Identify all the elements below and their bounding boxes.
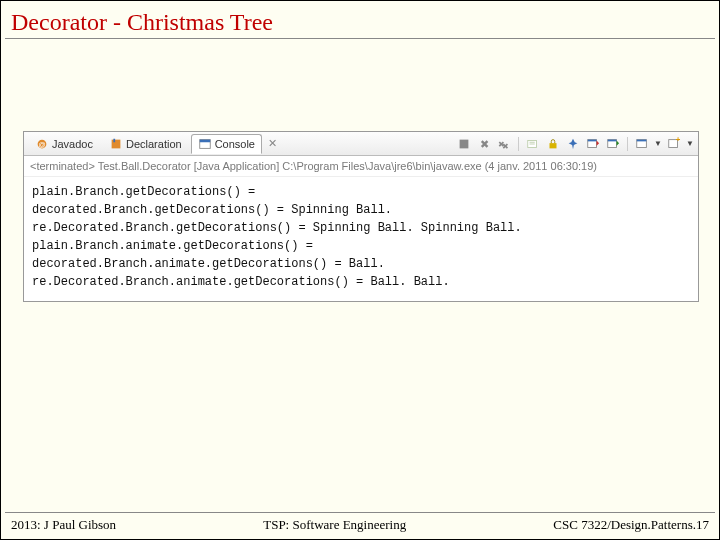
console-toolbar: ✖ ✖✖ ▼: [456, 136, 694, 152]
remove-all-icon[interactable]: ✖✖: [496, 136, 512, 152]
svg-rect-18: [608, 139, 617, 141]
toolbar-separator: [627, 137, 628, 151]
tab-javadoc-label: Javadoc: [52, 138, 93, 150]
tab-declaration[interactable]: Declaration: [102, 134, 189, 154]
clear-console-icon[interactable]: [525, 136, 541, 152]
svg-rect-5: [199, 139, 210, 142]
show-console-on-stdout-icon[interactable]: [585, 136, 601, 152]
show-console-on-stderr-icon[interactable]: [605, 136, 621, 152]
tab-console[interactable]: Console: [191, 134, 262, 154]
open-console-icon[interactable]: +: [666, 136, 682, 152]
eclipse-console-panel: @ Javadoc Declaration Console ✕ ✖: [23, 131, 699, 302]
console-line: decorated.Branch.getDecorations() = Spin…: [32, 203, 399, 217]
console-line: plain.Branch.animate.getDecorations() =: [32, 239, 320, 253]
svg-text:✖: ✖: [480, 137, 489, 149]
slide-footer: 2013: J Paul Gibson TSP: Software Engine…: [5, 512, 715, 533]
javadoc-icon: @: [35, 137, 49, 151]
svg-rect-2: [112, 139, 121, 148]
close-view-icon[interactable]: ✕: [264, 137, 281, 150]
footer-center: TSP: Software Engineering: [263, 517, 406, 533]
remove-launch-icon[interactable]: ✖: [476, 136, 492, 152]
pin-console-icon[interactable]: [565, 136, 581, 152]
console-line: plain.Branch.getDecorations() =: [32, 185, 262, 199]
svg-marker-19: [617, 140, 620, 145]
console-icon: [198, 137, 212, 151]
terminate-icon[interactable]: [456, 136, 472, 152]
tab-javadoc[interactable]: @ Javadoc: [28, 134, 100, 154]
svg-rect-13: [550, 143, 557, 148]
declaration-icon: [109, 137, 123, 151]
scroll-lock-icon[interactable]: [545, 136, 561, 152]
tab-console-label: Console: [215, 138, 255, 150]
svg-rect-15: [588, 139, 597, 141]
view-tabbar: @ Javadoc Declaration Console ✕ ✖: [24, 132, 698, 156]
chevron-down-icon[interactable]: ▼: [686, 136, 694, 152]
svg-rect-6: [460, 139, 469, 148]
console-line: decorated.Branch.animate.getDecorations(…: [32, 257, 392, 271]
svg-text:✖: ✖: [502, 142, 509, 151]
svg-text:@: @: [38, 140, 45, 147]
toolbar-separator: [518, 137, 519, 151]
slide-title: Decorator - Christmas Tree: [5, 1, 715, 39]
launch-status-line: <terminated> Test.Ball.Decorator [Java A…: [24, 156, 698, 177]
svg-text:+: +: [676, 137, 681, 144]
svg-marker-16: [597, 140, 600, 145]
svg-rect-3: [113, 138, 115, 142]
chevron-down-icon[interactable]: ▼: [654, 136, 662, 152]
display-selected-console-icon[interactable]: [634, 136, 650, 152]
svg-rect-21: [637, 139, 647, 141]
console-line: re.Decorated.Branch.getDecorations() = S…: [32, 221, 529, 235]
console-output: plain.Branch.getDecorations() = decorate…: [24, 177, 698, 301]
tab-declaration-label: Declaration: [126, 138, 182, 150]
footer-right: CSC 7322/Design.Patterns.17: [553, 517, 709, 533]
console-line: re.Decorated.Branch.animate.getDecoratio…: [32, 275, 457, 289]
footer-left: 2013: J Paul Gibson: [11, 517, 116, 533]
